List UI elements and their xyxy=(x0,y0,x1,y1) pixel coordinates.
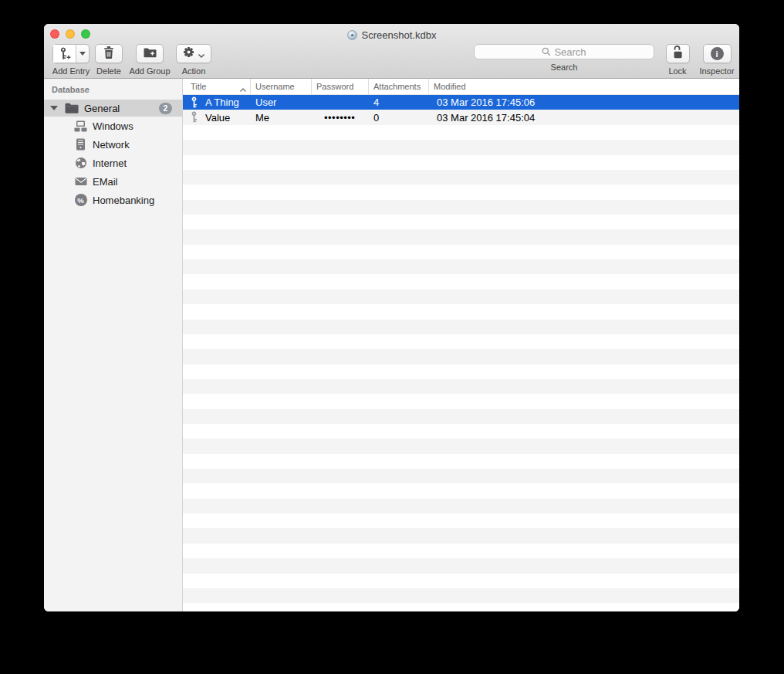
chevron-down-icon xyxy=(198,47,204,61)
info-circle-icon: i xyxy=(711,47,724,60)
column-header-password[interactable]: Password xyxy=(312,79,369,94)
inspector-button[interactable]: i xyxy=(703,44,732,63)
titlebar-toolbar: Screenshot.kdbx A xyxy=(44,24,739,79)
window-title-text: Screenshot.kdbx xyxy=(362,29,437,41)
sort-ascending-icon xyxy=(240,84,246,93)
globe-icon xyxy=(74,157,87,169)
sidebar: Database General 2 xyxy=(44,79,183,611)
sidebar-item-label: General xyxy=(84,103,120,114)
gear-icon xyxy=(183,46,194,61)
inspector-label: Inspector xyxy=(696,66,738,76)
column-header-modified[interactable]: Modified xyxy=(429,79,739,94)
entry-title: A Thing xyxy=(205,97,239,108)
sidebar-item-windows[interactable]: Windows xyxy=(44,117,182,135)
percent-icon: % xyxy=(74,194,87,206)
sidebar-item-general[interactable]: General 2 xyxy=(44,100,182,117)
entry-modified: 03 Mar 2016 17:45:06 xyxy=(429,97,739,108)
trash-icon xyxy=(103,46,114,62)
folder-icon xyxy=(65,103,79,113)
inspector-toolitem: i Inspector xyxy=(696,44,738,76)
search-toolitem: Search Search xyxy=(473,44,655,72)
lock-toolitem: Lock xyxy=(661,44,694,76)
table-header: Title Username Password Attachments Modi… xyxy=(183,79,739,95)
delete-label: Delete xyxy=(93,66,124,76)
entry-modified: 03 Mar 2016 17:45:04 xyxy=(429,112,739,124)
unlock-icon xyxy=(672,46,684,62)
key-icon xyxy=(190,111,198,124)
add-group-button[interactable] xyxy=(136,44,164,63)
entry-username: User xyxy=(251,97,312,108)
add-entry-label: Add Entry xyxy=(50,66,92,76)
server-icon xyxy=(74,138,87,151)
document-icon xyxy=(347,30,357,40)
delete-toolitem: Delete xyxy=(93,44,124,76)
search-label: Search xyxy=(473,63,655,72)
entry-password: •••••••• xyxy=(312,112,369,124)
add-group-label: Add Group xyxy=(127,66,173,76)
column-header-title[interactable]: Title xyxy=(183,79,251,94)
sidebar-item-email[interactable]: EMail xyxy=(44,172,182,191)
content-area: Database General 2 xyxy=(44,79,739,611)
envelope-icon xyxy=(74,177,87,186)
entry-row-selected[interactable]: A Thing User 4 03 Mar 2016 17:45:06 xyxy=(183,95,739,110)
sidebar-item-homebanking[interactable]: % Homebanking xyxy=(44,191,182,209)
add-entry-toolitem: Add Entry xyxy=(50,44,92,76)
entry-title: Value xyxy=(205,112,230,124)
entry-count-badge: 2 xyxy=(159,103,172,114)
folder-plus-icon xyxy=(144,47,157,61)
sidebar-item-internet[interactable]: Internet xyxy=(44,154,182,172)
add-group-toolitem: Add Group xyxy=(127,44,173,76)
sidebar-section-header: Database xyxy=(52,85,182,96)
sidebar-item-network[interactable]: Network xyxy=(44,135,182,154)
disclosure-triangle-icon[interactable] xyxy=(50,106,58,110)
entry-attachments: 4 xyxy=(369,97,429,108)
app-window: Screenshot.kdbx A xyxy=(44,24,739,611)
action-toolitem: Action xyxy=(175,44,212,76)
window-title: Screenshot.kdbx xyxy=(44,29,739,41)
windows-icon xyxy=(74,120,87,132)
lock-button[interactable] xyxy=(666,44,690,63)
entry-row[interactable]: Value Me •••••••• 0 03 Mar 2016 17:45:04 xyxy=(183,110,739,124)
entry-table: Title Username Password Attachments Modi… xyxy=(183,79,739,611)
action-label: Action xyxy=(175,66,212,76)
add-entry-dropdown[interactable] xyxy=(76,45,89,63)
add-entry-button[interactable] xyxy=(52,44,90,63)
dropdown-arrow-icon xyxy=(79,52,86,56)
delete-button[interactable] xyxy=(95,44,123,63)
entry-attachments: 0 xyxy=(369,112,429,124)
action-button[interactable] xyxy=(176,44,211,63)
key-plus-icon[interactable] xyxy=(53,45,76,63)
column-header-username[interactable]: Username xyxy=(251,79,312,94)
key-icon xyxy=(190,97,198,109)
search-input[interactable] xyxy=(474,44,654,59)
table-stripes xyxy=(183,125,739,611)
entry-username: Me xyxy=(251,112,312,124)
lock-label: Lock xyxy=(661,66,694,76)
column-header-attachments[interactable]: Attachments xyxy=(369,79,429,94)
